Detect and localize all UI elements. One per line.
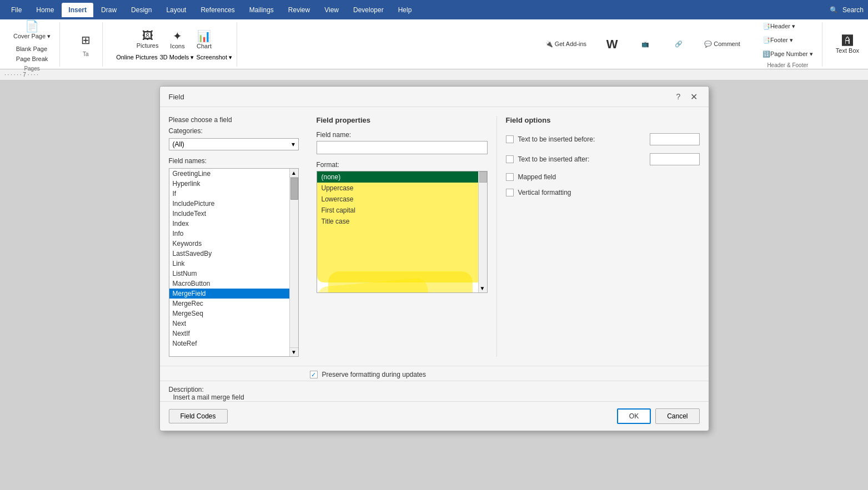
field-name-keywords[interactable]: Keywords xyxy=(169,239,289,249)
dialog-title-bar: Field ? ✕ xyxy=(160,87,709,107)
format-label: Format: xyxy=(317,161,488,169)
field-name-includepicture[interactable]: IncludePicture xyxy=(169,199,289,209)
format-scrollbar: ▼ xyxy=(478,171,487,292)
scroll-up-button[interactable]: ▲ xyxy=(289,169,298,178)
vertical-formatting-label: Vertical formatting xyxy=(518,189,700,196)
field-name-if[interactable]: If xyxy=(169,189,289,199)
tab-view[interactable]: View xyxy=(318,3,345,17)
field-name-next[interactable]: Next xyxy=(169,319,289,329)
table-button[interactable]: ⊞ xyxy=(73,31,98,49)
field-name-input[interactable] xyxy=(317,141,488,154)
dialog-footer: Field Codes OK Cancel xyxy=(160,401,709,431)
text-before-input[interactable] xyxy=(650,133,700,145)
dialog-overlay: Field ? ✕ Please choose a field Categori… xyxy=(0,80,868,490)
cover-page-button[interactable]: 📄 Cover Page ▾ xyxy=(9,17,55,42)
online-video-button[interactable]: 📺 xyxy=(633,38,658,50)
tab-mailings[interactable]: Mailings xyxy=(243,3,280,17)
text-box-button[interactable]: 🅰 Text Box xyxy=(831,32,864,56)
link-button[interactable]: 🔗 xyxy=(666,38,691,50)
get-addins-button[interactable]: 🔌 Get Add-ins xyxy=(541,38,591,50)
text-after-row: Text to be inserted after: xyxy=(506,153,700,165)
field-name-hyperlink[interactable]: Hyperlink xyxy=(169,179,289,189)
categories-dropdown[interactable]: (All) ▾ xyxy=(169,138,299,150)
field-name-mergefield[interactable]: MergeField xyxy=(169,289,289,299)
field-name-prop-label: Field name: xyxy=(317,131,488,139)
ribbon-group-illustrations: 🖼 Pictures ✦ Icons 📊 Chart Online Pictur… xyxy=(112,22,237,67)
format-title-case[interactable]: Title case xyxy=(317,216,487,227)
text-after-input[interactable] xyxy=(650,153,700,165)
page-number-button[interactable]: 🔢 Page Number ▾ xyxy=(758,48,817,60)
mapped-field-label: Mapped field xyxy=(518,173,700,181)
mapped-field-checkbox[interactable] xyxy=(506,173,514,181)
dialog-controls: ? ✕ xyxy=(673,91,700,102)
text-before-checkbox[interactable] xyxy=(506,135,514,143)
ok-button[interactable]: OK xyxy=(617,408,651,424)
field-name-nextif[interactable]: NextIf xyxy=(169,329,289,339)
help-icon[interactable]: ? xyxy=(673,91,684,102)
ribbon-group-header-footer: 📑 Header ▾ 📑 Footer ▾ 🔢 Page Number ▾ He… xyxy=(754,22,822,67)
close-icon[interactable]: ✕ xyxy=(689,91,700,102)
tab-developer[interactable]: Developer xyxy=(347,3,390,17)
field-name-info[interactable]: Info xyxy=(169,229,289,239)
text-after-checkbox[interactable] xyxy=(506,155,514,163)
description-text: Insert a mail merge field xyxy=(169,393,700,401)
tab-references[interactable]: References xyxy=(194,3,241,17)
format-lowercase[interactable]: Lowercase xyxy=(317,194,487,205)
comment-button[interactable]: 💬 Comment xyxy=(700,38,745,50)
pictures-icon: 🖼 xyxy=(142,29,153,42)
tab-home[interactable]: Home xyxy=(29,3,61,17)
format-first-capital[interactable]: First capital xyxy=(317,205,487,216)
chart-button[interactable]: 📊 Chart xyxy=(192,27,217,52)
field-name-macrobutton[interactable]: MacroButton xyxy=(169,279,289,289)
tab-file[interactable]: File xyxy=(4,3,28,17)
field-properties-title: Field properties xyxy=(317,116,488,124)
text-after-label: Text to be inserted after: xyxy=(518,155,645,163)
tab-draw[interactable]: Draw xyxy=(94,3,123,17)
format-scroll-down[interactable]: ▼ xyxy=(479,284,486,292)
field-name-noteref[interactable]: NoteRef xyxy=(169,339,289,348)
online-pictures-label: Online Pictures xyxy=(116,54,158,61)
scrollbar-thumb[interactable] xyxy=(290,178,298,200)
right-panel: Field options Text to be inserted before… xyxy=(496,116,700,357)
screenshot-label: Screenshot ▾ xyxy=(196,54,232,61)
tab-review[interactable]: Review xyxy=(282,3,317,17)
field-name-includetext[interactable]: IncludeText xyxy=(169,209,289,219)
3d-models-label: 3D Models ▾ xyxy=(160,54,194,61)
format-list[interactable]: (none) Uppercase Lowercase First capital… xyxy=(317,171,488,293)
format-scroll-thumb[interactable] xyxy=(479,171,487,183)
cover-page-icon: 📄 xyxy=(25,19,39,33)
format-none[interactable]: (none) xyxy=(317,171,487,183)
field-name-listnum[interactable]: ListNum xyxy=(169,269,289,279)
field-name-index[interactable]: Index xyxy=(169,219,289,229)
preserve-formatting-checkbox[interactable]: ✓ xyxy=(310,371,318,378)
wikipedia-button[interactable]: W xyxy=(600,35,624,54)
icons-button[interactable]: ✦ Icons xyxy=(165,27,190,52)
tab-design[interactable]: Design xyxy=(124,3,158,17)
field-name-lastsavedby[interactable]: LastSavedBy xyxy=(169,249,289,259)
description-label: Description: xyxy=(169,386,204,393)
scroll-down-button[interactable]: ▼ xyxy=(289,347,298,356)
ribbon-group-table: ⊞ Ta xyxy=(69,22,103,67)
footer-button[interactable]: 📑 Footer ▾ xyxy=(758,34,817,46)
page-number-icon: 🔢 xyxy=(762,50,770,58)
page-break-button[interactable]: Page Break xyxy=(13,54,51,63)
field-codes-button[interactable]: Field Codes xyxy=(169,409,228,423)
text-before-label: Text to be inserted before: xyxy=(518,135,645,143)
header-button[interactable]: 📑 Header ▾ xyxy=(758,21,817,32)
tab-help[interactable]: Help xyxy=(392,3,419,17)
icons-icon: ✦ xyxy=(173,29,182,43)
cancel-button[interactable]: Cancel xyxy=(655,408,699,424)
tab-layout[interactable]: Layout xyxy=(159,3,193,17)
field-name-mergeseq[interactable]: MergeSeq xyxy=(169,309,289,319)
field-name-mergerec[interactable]: MergeRec xyxy=(169,299,289,309)
field-names-list[interactable]: ▲ GreetingLine Hyperlink If IncludePictu… xyxy=(169,168,299,357)
format-uppercase[interactable]: Uppercase xyxy=(317,183,487,194)
tab-insert[interactable]: Insert xyxy=(62,3,93,17)
middle-panel: Field properties Field name: Format: (no… xyxy=(308,116,496,357)
dialog-body: Please choose a field Categories: (All) … xyxy=(160,107,709,366)
field-name-link[interactable]: Link xyxy=(169,259,289,269)
blank-page-button[interactable]: Blank Page xyxy=(13,44,51,53)
vertical-formatting-checkbox[interactable] xyxy=(506,189,514,196)
pictures-button[interactable]: 🖼 Pictures xyxy=(132,27,163,52)
field-name-greetingline[interactable]: GreetingLine xyxy=(169,169,289,179)
